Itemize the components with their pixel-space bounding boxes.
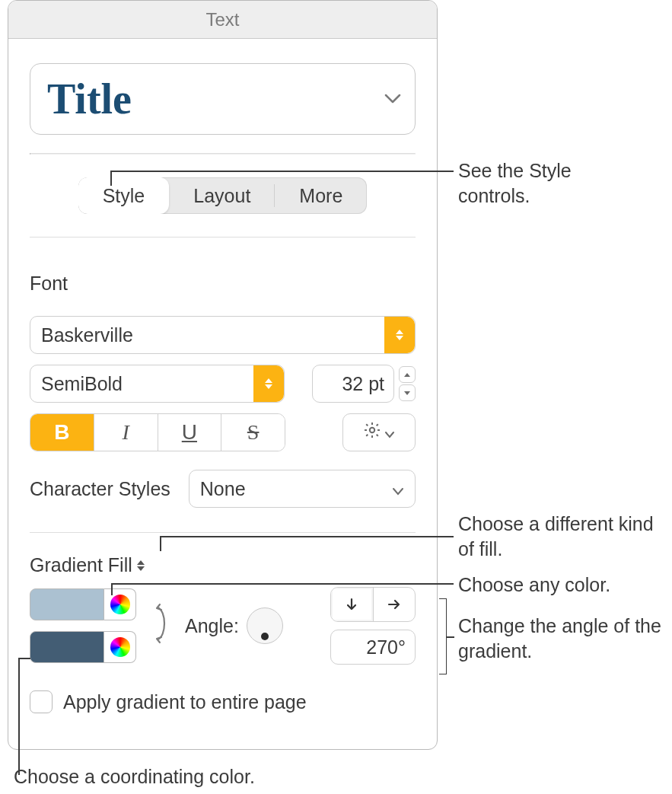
gradient-color-1-well[interactable] [30, 588, 104, 620]
tab-more[interactable]: More [275, 177, 367, 214]
angle-label: Angle: [185, 615, 239, 637]
annotation-angle: Change the angle of the gradient. [458, 614, 664, 663]
character-styles-popup[interactable]: None [189, 470, 416, 508]
font-style-segmented: B I U S [30, 413, 285, 451]
annotation-style-controls: See the Style controls. [458, 158, 641, 208]
chevron-down-icon [384, 94, 401, 104]
annotation-line [160, 536, 161, 551]
font-size-field[interactable]: 32 pt [312, 365, 394, 403]
tab-style[interactable]: Style [78, 177, 170, 214]
font-family-popup[interactable]: Baskerville [30, 316, 416, 354]
color-wheel-icon [110, 637, 130, 657]
annotation-coord-color: Choose a coordinating color. [14, 764, 255, 789]
annotation-line [160, 536, 454, 537]
annotation-line [111, 583, 113, 595]
annotation-line [18, 658, 20, 775]
fill-type-label: Gradient Fill [30, 554, 132, 576]
swap-colors-button[interactable] [150, 601, 171, 650]
direction-down-button[interactable] [331, 588, 374, 621]
gradient-color-2-picker[interactable] [104, 631, 136, 663]
chevron-down-icon [392, 478, 404, 500]
color-wheel-icon [110, 595, 130, 614]
character-styles-value: None [200, 478, 246, 500]
popup-arrows-icon [253, 365, 284, 402]
italic-button[interactable]: I [94, 414, 158, 451]
angle-dial-indicator [261, 633, 269, 640]
stepper-up[interactable] [399, 366, 416, 383]
annotation-line [111, 583, 454, 585]
panel-header: Text [8, 1, 437, 39]
font-size-value: 32 pt [342, 373, 384, 395]
strikethrough-button[interactable]: S [221, 414, 285, 451]
font-family-value: Baskerville [41, 324, 133, 346]
font-size-stepper[interactable] [399, 366, 416, 401]
direction-right-button[interactable] [374, 588, 416, 621]
annotation-line [18, 658, 30, 659]
angle-dial[interactable] [247, 607, 283, 644]
annotation-line [110, 171, 454, 172]
annotation-line [447, 636, 454, 638]
apply-gradient-page-checkbox[interactable] [30, 690, 53, 713]
svg-point-0 [370, 428, 374, 432]
paragraph-style-popup[interactable]: Title [30, 63, 416, 135]
angle-value: 270° [366, 636, 406, 658]
tab-layout[interactable]: Layout [169, 177, 275, 214]
underline-button[interactable]: U [158, 414, 222, 451]
gradient-direction-segmented [330, 587, 416, 622]
annotation-fill-kind: Choose a different kind of fill. [458, 512, 664, 561]
gear-icon [363, 421, 381, 444]
annotation-any-color: Choose any color. [458, 572, 610, 598]
text-inspector-panel: Text Title Style Layout More Font Basker… [8, 0, 438, 750]
chevron-down-icon [384, 422, 395, 443]
stepper-down[interactable] [399, 384, 416, 401]
fill-type-popup[interactable] [137, 560, 145, 571]
bold-button[interactable]: B [30, 414, 94, 451]
gradient-color-2-well[interactable] [30, 631, 104, 663]
subinspector-tabs: Style Layout More [78, 177, 368, 214]
font-weight-popup[interactable]: SemiBold [30, 365, 285, 403]
angle-value-field[interactable]: 270° [330, 630, 416, 665]
annotation-line [110, 171, 112, 186]
apply-gradient-page-label: Apply gradient to entire page [63, 691, 307, 713]
annotation-bracket [439, 598, 447, 674]
gradient-color-1-picker[interactable] [104, 588, 136, 620]
font-weight-value: SemiBold [41, 373, 123, 395]
font-section-label: Font [30, 238, 416, 302]
popup-arrows-icon [384, 317, 415, 353]
character-styles-label: Character Styles [30, 478, 170, 500]
advanced-options-popup[interactable] [342, 413, 416, 451]
paragraph-style-value: Title [47, 75, 132, 123]
panel-title: Text [205, 9, 239, 30]
